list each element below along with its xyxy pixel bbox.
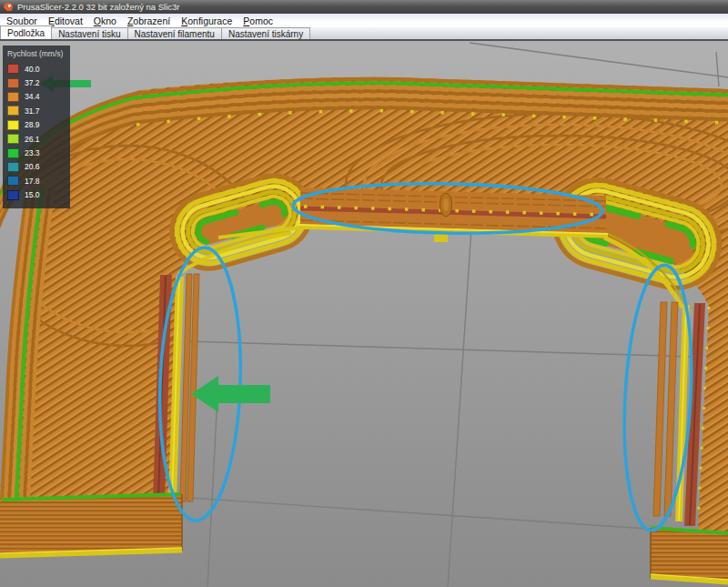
tab-nastaveni-filamentu[interactable]: Nastavení filamentu [127, 27, 222, 39]
legend-value: 34.4 [25, 92, 40, 101]
menubar: Soubor Editovat Okno Zobrazení Konfigura… [0, 14, 728, 27]
legend-value: 23.3 [25, 148, 40, 157]
beam-tab [434, 234, 448, 242]
left-foot [0, 494, 182, 557]
legend-swatch [7, 64, 19, 74]
legend-swatch [7, 190, 19, 200]
legend-row: 34.4 [7, 90, 70, 104]
legend-swatch [7, 134, 19, 144]
legend-value: 37.2 [25, 78, 40, 87]
legend-row: 20.6 [7, 160, 70, 174]
legend-row: 26.1 [7, 132, 70, 146]
legend-value: 17.8 [25, 177, 40, 186]
menu-okno[interactable]: Okno [88, 14, 122, 27]
menu-zobrazeni[interactable]: Zobrazení [122, 14, 176, 27]
3d-viewport[interactable]: Rychlost (mm/s) 40.0 37.2 34.4 31.7 28.9 [0, 41, 728, 587]
legend-value: 20.6 [25, 162, 40, 171]
legend-swatch [7, 176, 19, 186]
legend-row: 37.2 [7, 76, 70, 89]
legend-value: 15.0 [25, 190, 40, 199]
menu-konfigurace[interactable]: Konfigurace [176, 14, 238, 27]
legend-value: 31.7 [25, 106, 40, 116]
app-icon [4, 3, 13, 12]
legend-row: 31.7 [7, 104, 70, 117]
legend-row: 17.8 [7, 174, 70, 187]
legend-swatch [7, 78, 19, 88]
legend-title: Rychlost (mm/s) [7, 49, 70, 58]
tab-nastaveni-tisku[interactable]: Nastavení tisku [51, 27, 127, 39]
right-foot [651, 528, 728, 584]
tab-bar: Podložka Nastavení tisku Nastavení filam… [0, 27, 728, 41]
window-title: PrusaSlicer-2.2.0 32 bit založený na Sli… [17, 3, 179, 12]
legend-value: 28.9 [25, 120, 40, 129]
legend-row: 40.0 [7, 62, 70, 76]
legend-swatch [7, 92, 19, 102]
gcode-preview [0, 41, 728, 587]
legend-row: 23.3 [7, 146, 70, 159]
legend-row: 15.0 [7, 188, 70, 202]
menu-pomoc[interactable]: Pomoc [238, 14, 278, 27]
tab-nastaveni-tiskarny[interactable]: Nastavení tiskárny [221, 27, 310, 39]
speed-legend: Rychlost (mm/s) 40.0 37.2 34.4 31.7 28.9 [3, 46, 70, 208]
legend-swatch [7, 148, 19, 158]
titlebar[interactable]: PrusaSlicer-2.2.0 32 bit založený na Sli… [0, 0, 728, 14]
legend-swatch [7, 120, 19, 130]
legend-swatch [7, 162, 19, 172]
legend-value: 40.0 [25, 65, 40, 74]
prusaslicer-window: PrusaSlicer-2.2.0 32 bit založený na Sli… [0, 0, 728, 587]
tab-podlozka[interactable]: Podložka [0, 25, 52, 39]
legend-row: 28.9 [7, 118, 70, 132]
legend-swatch [7, 106, 19, 116]
legend-value: 26.1 [25, 135, 40, 144]
